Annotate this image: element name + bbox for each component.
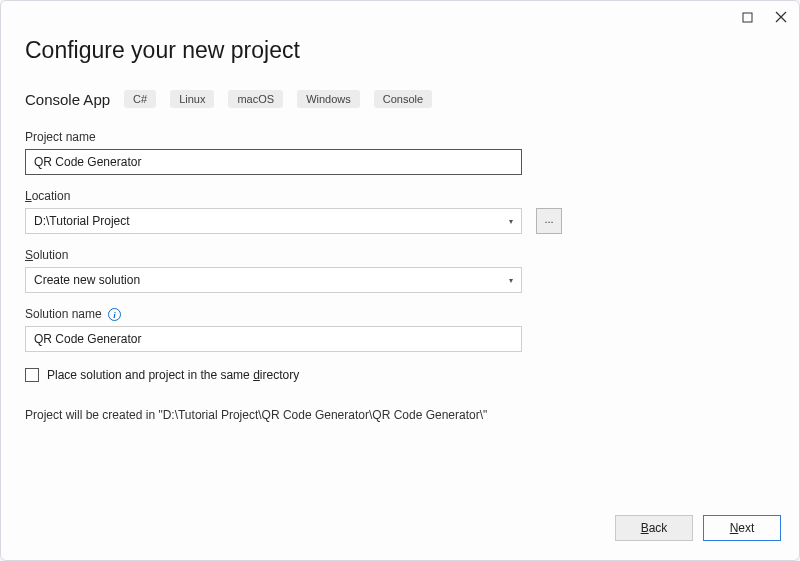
- maximize-button[interactable]: [739, 9, 755, 25]
- page-title: Configure your new project: [25, 37, 775, 64]
- close-button[interactable]: [773, 9, 789, 25]
- same-directory-label: Place solution and project in the same d…: [47, 368, 299, 382]
- project-name-group: Project name: [25, 130, 775, 175]
- location-label: Location: [25, 189, 775, 203]
- project-name-label: Project name: [25, 130, 775, 144]
- tag-windows: Windows: [297, 90, 360, 108]
- same-directory-row: Place solution and project in the same d…: [25, 368, 775, 382]
- same-directory-checkbox[interactable]: [25, 368, 39, 382]
- dialog-window: Configure your new project Console App C…: [0, 0, 800, 561]
- solution-label: Solution: [25, 248, 775, 262]
- project-name-input[interactable]: [25, 149, 522, 175]
- template-row: Console App C# Linux macOS Windows Conso…: [25, 90, 775, 108]
- footer: Back Next: [1, 496, 799, 560]
- tag-macos: macOS: [228, 90, 283, 108]
- next-button[interactable]: Next: [703, 515, 781, 541]
- back-button[interactable]: Back: [615, 515, 693, 541]
- solution-value: Create new solution: [34, 273, 140, 287]
- titlebar: [1, 1, 799, 33]
- solution-group: Solution Create new solution ▾: [25, 248, 775, 293]
- chevron-down-icon: ▾: [509, 217, 513, 226]
- tag-console: Console: [374, 90, 432, 108]
- info-icon[interactable]: i: [108, 308, 121, 321]
- solution-name-input[interactable]: [25, 326, 522, 352]
- creation-path-hint: Project will be created in "D:\Tutorial …: [25, 408, 775, 422]
- content-area: Configure your new project Console App C…: [1, 33, 799, 496]
- tag-linux: Linux: [170, 90, 214, 108]
- location-group: Location D:\Tutorial Project ▾ ...: [25, 189, 775, 234]
- solution-name-label: Solution name i: [25, 307, 775, 321]
- solution-combo[interactable]: Create new solution ▾: [25, 267, 522, 293]
- template-name: Console App: [25, 91, 110, 108]
- location-combo[interactable]: D:\Tutorial Project ▾: [25, 208, 522, 234]
- browse-button[interactable]: ...: [536, 208, 562, 234]
- solution-name-group: Solution name i: [25, 307, 775, 352]
- location-value: D:\Tutorial Project: [34, 214, 130, 228]
- tag-csharp: C#: [124, 90, 156, 108]
- chevron-down-icon: ▾: [509, 276, 513, 285]
- svg-rect-0: [743, 13, 752, 22]
